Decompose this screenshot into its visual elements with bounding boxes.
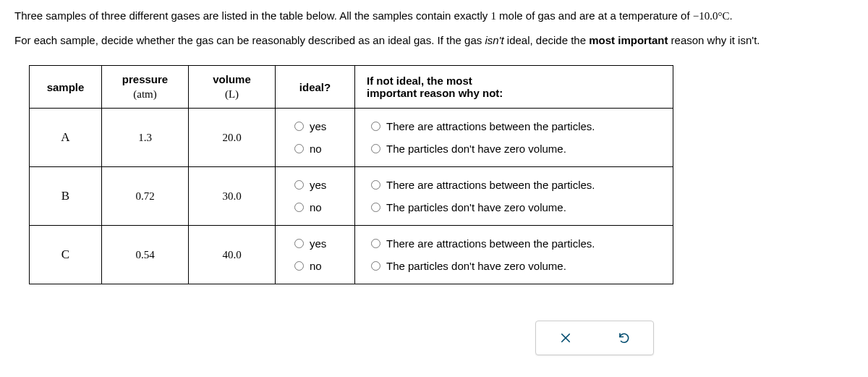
x-icon xyxy=(559,331,572,344)
radio-input[interactable] xyxy=(294,122,304,131)
radio-input[interactable] xyxy=(371,144,380,153)
radio-label: no xyxy=(310,260,322,272)
volume-label: volume xyxy=(197,72,266,87)
ideal-cell: yesno xyxy=(276,109,355,167)
table-row: A1.320.0yesnoThere are attractions betwe… xyxy=(30,109,673,167)
radio-label: There are attractions between the partic… xyxy=(386,120,595,132)
pressure-cell: 0.54 xyxy=(102,226,189,284)
intro-text: reason why it isn't. xyxy=(668,34,760,46)
volume-unit: (L) xyxy=(197,87,266,102)
reason-option-attractions[interactable]: There are attractions between the partic… xyxy=(371,120,595,132)
radio-input[interactable] xyxy=(294,144,304,153)
radio-label: There are attractions between the partic… xyxy=(386,237,595,250)
header-ideal: ideal? xyxy=(276,66,355,109)
intro-text: ideal, decide the xyxy=(504,34,590,46)
intro-text: Three samples of three different gases a… xyxy=(14,9,490,22)
header-volume: volume (L) xyxy=(189,66,276,109)
radio-label: The particles don't have zero volume. xyxy=(386,201,566,213)
pressure-label: pressure xyxy=(111,72,179,87)
volume-cell: 30.0 xyxy=(189,167,276,226)
ideal-cell: yesno xyxy=(276,226,355,284)
most-important-emphasis: most important xyxy=(589,34,668,46)
header-reason: If not ideal, the most important reason … xyxy=(355,66,673,109)
reason-cell: There are attractions between the partic… xyxy=(355,167,673,226)
header-pressure: pressure (atm) xyxy=(102,66,189,109)
reason-option-volume[interactable]: The particles don't have zero volume. xyxy=(371,201,566,213)
table-row: B0.7230.0yesnoThere are attractions betw… xyxy=(30,167,673,226)
radio-input[interactable] xyxy=(294,239,304,248)
undo-icon xyxy=(618,331,631,344)
ideal-cell: yesno xyxy=(276,167,355,226)
action-bar xyxy=(535,321,654,355)
reset-button[interactable] xyxy=(606,326,642,350)
intro-text: . xyxy=(729,9,732,22)
radio-label: There are attractions between the partic… xyxy=(386,179,595,191)
radio-label: The particles don't have zero volume. xyxy=(386,260,566,272)
radio-input[interactable] xyxy=(371,239,380,248)
reason-option-volume[interactable]: The particles don't have zero volume. xyxy=(371,260,566,272)
ideal-option-yes[interactable]: yes xyxy=(294,179,326,191)
radio-input[interactable] xyxy=(294,203,304,212)
ideal-option-no[interactable]: no xyxy=(294,260,322,272)
reason-cell: There are attractions between the partic… xyxy=(355,109,673,167)
radio-label: no xyxy=(310,143,322,155)
reason-option-attractions[interactable]: There are attractions between the partic… xyxy=(371,179,595,191)
volume-cell: 20.0 xyxy=(189,109,276,167)
intro-text: For each sample, decide whether the gas … xyxy=(14,34,485,46)
ideal-option-yes[interactable]: yes xyxy=(294,237,326,250)
instructions: Three samples of three different gases a… xyxy=(14,7,854,49)
clear-button[interactable] xyxy=(548,326,584,350)
intro-text: mole of gas and are at a temperature of xyxy=(496,9,693,22)
pressure-unit: (atm) xyxy=(111,87,179,102)
pressure-cell: 0.72 xyxy=(102,167,189,226)
gas-samples-table: sample pressure (atm) volume (L) ideal? … xyxy=(29,65,673,284)
radio-label: The particles don't have zero volume. xyxy=(386,143,566,155)
ideal-option-yes[interactable]: yes xyxy=(294,120,326,132)
sample-cell: A xyxy=(30,109,102,167)
one-mole: 1 xyxy=(490,10,496,22)
isnt-emphasis: isn't xyxy=(485,34,503,46)
radio-input[interactable] xyxy=(371,122,380,131)
radio-input[interactable] xyxy=(371,180,380,190)
volume-cell: 40.0 xyxy=(189,226,276,284)
radio-label: no xyxy=(310,201,322,213)
reason-cell: There are attractions between the partic… xyxy=(355,226,673,284)
reason-option-attractions[interactable]: There are attractions between the partic… xyxy=(371,237,595,250)
pressure-cell: 1.3 xyxy=(102,109,189,167)
radio-label: yes xyxy=(310,237,326,250)
radio-input[interactable] xyxy=(371,203,380,212)
radio-label: yes xyxy=(310,179,326,191)
radio-label: yes xyxy=(310,120,326,132)
ideal-option-no[interactable]: no xyxy=(294,143,322,155)
reason-label-bottom: important reason why not: xyxy=(367,87,664,99)
sample-cell: C xyxy=(30,226,102,284)
sample-cell: B xyxy=(30,167,102,226)
radio-input[interactable] xyxy=(371,261,380,271)
reason-option-volume[interactable]: The particles don't have zero volume. xyxy=(371,143,566,155)
radio-input[interactable] xyxy=(294,180,304,190)
radio-input[interactable] xyxy=(294,261,304,271)
header-sample: sample xyxy=(30,66,102,109)
table-row: C0.5440.0yesnoThere are attractions betw… xyxy=(30,226,673,284)
reason-label-top: If not ideal, the most xyxy=(367,75,664,87)
ideal-option-no[interactable]: no xyxy=(294,201,322,213)
temperature: −10.0°C xyxy=(693,10,730,22)
